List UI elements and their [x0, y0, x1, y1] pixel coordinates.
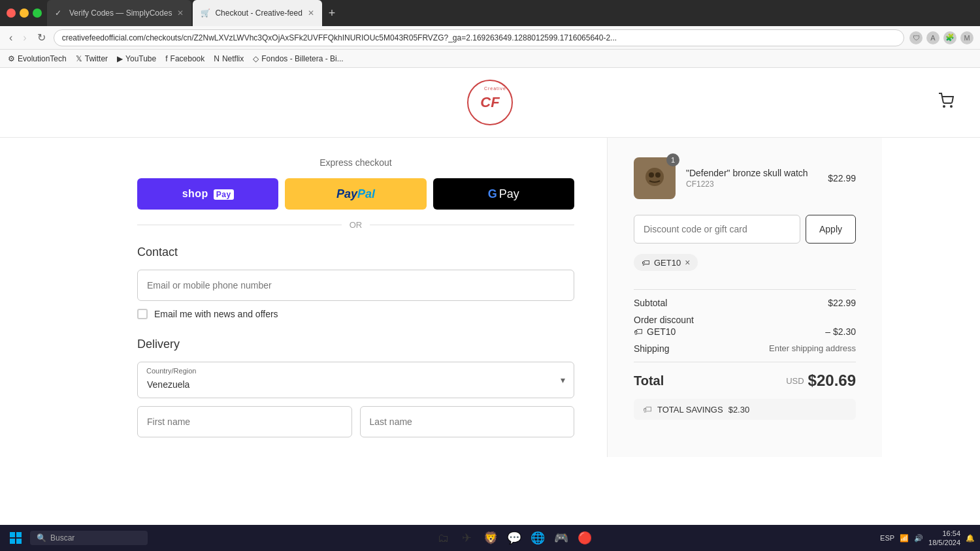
window-controls	[7, 8, 42, 18]
applied-coupon-tag: 🏷 GET10 ×	[634, 254, 698, 271]
apply-discount-button[interactable]: Apply	[806, 215, 856, 244]
new-tab-button[interactable]: +	[323, 0, 341, 26]
store-logo[interactable]: CF Creative	[467, 80, 513, 125]
product-sku: CF1223	[686, 180, 817, 189]
taskbar-app-telegram[interactable]: ✈	[457, 527, 478, 548]
last-name-input[interactable]	[360, 406, 575, 437]
bookmark-facebook[interactable]: f Facebook	[165, 54, 204, 63]
cart-icon[interactable]	[938, 93, 954, 112]
product-image-wrap: 1	[634, 157, 676, 199]
user-icon[interactable]: M	[960, 31, 973, 44]
coupon-code-label: GET10	[654, 258, 681, 268]
bookmark-twitter[interactable]: 𝕏 Twitter	[76, 54, 108, 63]
start-button[interactable]	[5, 527, 26, 548]
new-tab-icon: +	[329, 7, 336, 20]
product-row: 1 "Defender" bronze skull watch CF1223 $…	[634, 157, 856, 199]
svg-point-3	[645, 168, 664, 186]
taskbar-app-brave[interactable]: 🦁	[480, 527, 501, 548]
tab-simpycodes[interactable]: ✓ Verify Codes — SimplyCodes ✕	[47, 0, 191, 26]
taskbar-app-whatsapp[interactable]: 💬	[504, 527, 525, 548]
tab-title-1: Verify Codes — SimplyCodes	[69, 8, 172, 18]
total-row: Total USD $20.69	[634, 371, 856, 390]
bookmark-youtube[interactable]: ▶ YouTube	[117, 54, 156, 63]
taskbar-notifications-icon[interactable]: 🔔	[966, 534, 975, 543]
first-name-input[interactable]	[137, 406, 352, 437]
profile-icon[interactable]: A	[926, 31, 939, 44]
taskbar-volume-icon: 🔊	[914, 534, 923, 543]
checkout-header: CF Creative	[0, 68, 980, 138]
bookmark-netflix[interactable]: N Netflix	[214, 54, 244, 63]
tab-title-2: Checkout - Creative-feed	[215, 8, 302, 18]
newsletter-checkbox[interactable]	[137, 309, 148, 319]
coupon-detail-row: 🏷 GET10 – $2.30	[634, 326, 856, 337]
delivery-section: Delivery Country/Region Venezuela ▾	[137, 338, 574, 437]
tab-bar: ✓ Verify Codes — SimplyCodes ✕ 🛒 Checkou…	[47, 0, 340, 26]
tab-favicon-2: 🛒	[201, 8, 210, 18]
paypal-label: PayPal	[336, 187, 375, 201]
maximize-button[interactable]	[33, 8, 42, 18]
product-price: $22.99	[828, 173, 856, 183]
shop-pay-label: shop Pay	[182, 188, 234, 200]
country-select-wrapper: Country/Region Venezuela ▾	[137, 362, 574, 398]
gpay-label: G Pay	[488, 187, 519, 201]
back-button[interactable]: ‹	[7, 29, 15, 46]
coupon-detail-icon: 🏷	[634, 326, 643, 337]
taskbar: 🔍 Buscar 🗂 ✈ 🦁 💬 🌐 🎮 🔴 ESP 📶 🔊 16:54 18/…	[0, 525, 980, 551]
minimize-button[interactable]	[20, 8, 29, 18]
newsletter-checkbox-row[interactable]: Email me with news and offers	[137, 309, 574, 319]
bookmark-evolutiontech[interactable]: ⚙ EvolutionTech	[8, 54, 67, 63]
delivery-section-title: Delivery	[137, 338, 574, 351]
discount-code-input[interactable]	[634, 215, 800, 244]
bookmark-icon-5: N	[214, 54, 220, 63]
taskbar-app-games[interactable]: 🎮	[551, 527, 572, 548]
subtotal-value: $22.99	[828, 298, 856, 308]
total-value: $20.69	[808, 371, 856, 390]
paypal-button[interactable]: PayPal	[285, 178, 426, 210]
taskbar-app-chrome[interactable]: 🌐	[527, 527, 548, 548]
forward-button[interactable]: ›	[20, 29, 29, 46]
last-name-wrap	[360, 406, 575, 437]
shipping-label: Shipping	[634, 343, 670, 354]
url-bar: ‹ › ↻ 🛡 A 🧩 M	[0, 26, 980, 50]
svg-rect-6	[10, 532, 15, 537]
taskbar-clock: 16:54 18/5/2024	[928, 529, 960, 548]
taskbar-app-more[interactable]: 🔴	[574, 527, 595, 548]
taskbar-search[interactable]: 🔍 Buscar	[30, 531, 148, 545]
savings-label: TOTAL SAVINGS	[657, 405, 723, 415]
logo-circle: CF Creative	[467, 80, 513, 125]
coupon-detail: 🏷 GET10	[634, 326, 676, 337]
summary-divider-1	[634, 289, 856, 290]
first-name-wrap	[137, 406, 352, 437]
bookmark-icon-6: ◇	[253, 54, 259, 63]
taskbar-app-files[interactable]: 🗂	[433, 527, 454, 548]
or-divider: OR	[137, 220, 574, 230]
country-select[interactable]: Venezuela	[137, 362, 574, 398]
checkout-body: Express checkout shop Pay PayPal G Pay O…	[98, 138, 882, 457]
remove-coupon-button[interactable]: ×	[685, 257, 690, 268]
product-info: "Defender" bronze skull watch CF1223	[686, 168, 817, 189]
savings-icon: 🏷	[643, 404, 652, 415]
svg-point-0	[943, 106, 945, 107]
product-name: "Defender" bronze skull watch	[686, 168, 817, 178]
total-currency: USD	[786, 376, 804, 386]
summary-divider-2	[634, 362, 856, 362]
tab-close-1[interactable]: ✕	[177, 8, 184, 18]
close-button[interactable]	[7, 8, 16, 18]
tab-checkout[interactable]: 🛒 Checkout - Creative-feed ✕	[193, 0, 321, 26]
tab-close-2[interactable]: ✕	[308, 8, 314, 18]
name-fields-row	[137, 406, 574, 437]
gpay-button[interactable]: G Pay	[433, 178, 574, 210]
search-placeholder: Buscar	[50, 533, 74, 543]
contact-section: Contact Email me with news and offers	[137, 245, 574, 319]
shipping-value: Enter shipping address	[769, 343, 856, 354]
extensions-icon[interactable]: 🧩	[943, 31, 956, 44]
express-checkout-buttons: shop Pay PayPal G Pay	[137, 178, 574, 210]
email-input[interactable]	[137, 270, 574, 301]
shop-pay-button[interactable]: shop Pay	[137, 178, 278, 210]
url-input[interactable]	[54, 29, 904, 46]
bookmark-fondos[interactable]: ◇ Fondos - Billetera - Bi...	[253, 54, 343, 63]
product-quantity-badge: 1	[666, 153, 679, 166]
logo-text: CF	[480, 94, 499, 111]
reload-button[interactable]: ↻	[35, 29, 48, 46]
checkout-page: CF Creative Express checkout shop Pay Pa…	[0, 68, 980, 457]
